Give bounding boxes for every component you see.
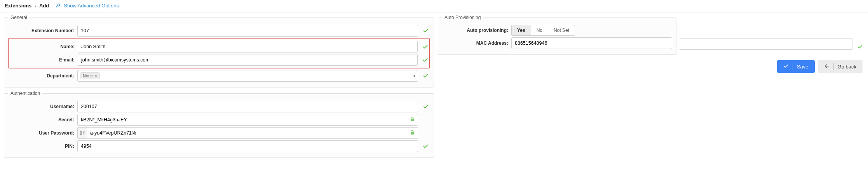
user-password-label: User Password:	[8, 130, 74, 136]
lock-icon	[410, 130, 415, 136]
lock-icon	[410, 117, 415, 123]
check-icon	[421, 28, 430, 34]
email-label: E-mail:	[9, 57, 75, 63]
highlighted-name-email: Name: E-mail:	[8, 38, 430, 68]
name-label: Name:	[9, 44, 75, 49]
department-select[interactable]: None × ▾	[77, 70, 418, 82]
breadcrumb-current: Add	[39, 3, 49, 9]
secret-input[interactable]	[77, 114, 418, 126]
arrow-left-icon	[824, 63, 830, 70]
username-label: Username:	[8, 104, 74, 109]
check-icon	[421, 144, 430, 149]
authentication-panel: Authentication Username: Secret:	[4, 91, 434, 158]
pin-row: PIN:	[8, 140, 430, 152]
pin-label: PIN:	[8, 144, 74, 149]
department-chip-label: None	[83, 74, 93, 78]
chevron-down-icon: ▾	[413, 74, 415, 78]
secret-label: Secret:	[8, 117, 74, 122]
mac-address-label: MAC Address:	[442, 40, 508, 46]
go-back-button[interactable]: Go back	[818, 60, 863, 73]
pin-input[interactable]	[77, 140, 418, 152]
mac-address-row: MAC Address:	[442, 37, 672, 49]
username-input[interactable]	[77, 101, 418, 112]
authentication-legend: Authentication	[8, 91, 42, 96]
show-advanced-options-link[interactable]: Show Advanced Options	[56, 2, 119, 9]
department-row: Department: None × ▾	[8, 70, 430, 82]
user-password-row: User Password:	[8, 127, 430, 139]
go-back-button-label: Go back	[838, 64, 856, 70]
auto-provisioning-panel: Auto Provisioning Auto provisioning: Yes…	[438, 15, 676, 55]
check-icon	[783, 63, 789, 70]
save-button[interactable]: Save	[777, 60, 815, 73]
general-panel: General Extension Number: Name:	[4, 15, 434, 88]
mac-address-input-ext[interactable]	[680, 38, 852, 50]
button-divider	[833, 63, 834, 70]
advanced-options-label: Show Advanced Options	[64, 3, 119, 9]
check-icon	[421, 104, 430, 110]
auto-provisioning-option-notset[interactable]: Not Set	[548, 25, 575, 35]
email-input[interactable]	[78, 54, 418, 66]
department-chip[interactable]: None ×	[80, 72, 100, 79]
save-button-label: Save	[797, 64, 809, 70]
auto-provisioning-option-yes[interactable]: Yes	[512, 25, 531, 35]
email-row: E-mail:	[9, 54, 429, 66]
user-password-input[interactable]	[77, 127, 418, 139]
qr-icon[interactable]	[78, 128, 87, 138]
auto-provisioning-legend: Auto Provisioning	[442, 15, 483, 20]
extension-number-row: Extension Number:	[8, 25, 430, 37]
extension-number-label: Extension Number:	[8, 28, 74, 33]
auto-provisioning-mode-row: Auto provisioning: Yes No Not Set	[442, 25, 672, 36]
wrench-icon	[56, 2, 61, 9]
check-icon	[856, 44, 864, 50]
secret-row: Secret:	[8, 114, 430, 126]
check-icon	[421, 44, 429, 50]
mac-address-input[interactable]	[511, 37, 672, 49]
form-actions: Save Go back	[438, 60, 864, 73]
general-legend: General	[8, 15, 30, 20]
extension-number-input[interactable]	[77, 25, 418, 37]
auto-provisioning-segmented[interactable]: Yes No Not Set	[511, 25, 575, 36]
auto-provisioning-option-no[interactable]: No	[531, 25, 548, 35]
username-row: Username:	[8, 101, 430, 112]
name-row: Name:	[9, 41, 429, 52]
auto-provisioning-mode-label: Auto provisioning:	[442, 28, 508, 33]
button-divider	[793, 63, 793, 70]
chevron-right-icon: ›	[35, 4, 36, 8]
remove-chip-icon[interactable]: ×	[94, 74, 97, 78]
department-label: Department:	[8, 73, 74, 79]
check-icon	[421, 57, 429, 63]
name-input[interactable]	[78, 41, 418, 52]
check-icon	[421, 73, 430, 79]
breadcrumb-root[interactable]: Extensions	[5, 3, 31, 9]
breadcrumb: Extensions › Add Show Advanced Options	[0, 0, 868, 12]
